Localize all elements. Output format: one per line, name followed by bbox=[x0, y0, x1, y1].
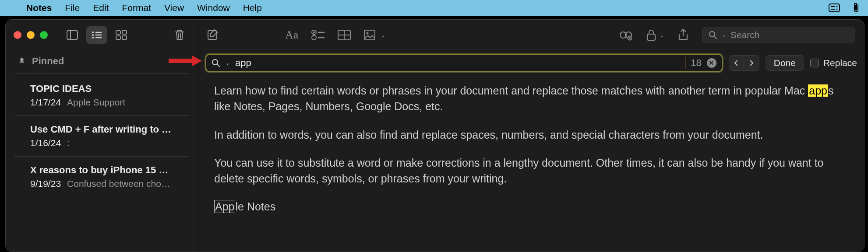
note-list: TOPIC IDEAS 1/17/24 Apple Support Use CM… bbox=[6, 73, 198, 197]
svg-marker-36 bbox=[192, 56, 202, 66]
svg-point-3 bbox=[836, 6, 838, 7]
svg-point-33 bbox=[709, 32, 715, 37]
search-icon bbox=[709, 31, 717, 39]
window-close-button[interactable] bbox=[14, 31, 21, 39]
svg-rect-15 bbox=[116, 36, 120, 39]
note-preview: Apple Support bbox=[67, 97, 173, 108]
chevron-down-icon: ⌄ bbox=[659, 32, 664, 38]
svg-rect-14 bbox=[122, 31, 127, 34]
svg-point-9 bbox=[92, 34, 94, 36]
note-paragraph: Apple Notes bbox=[214, 199, 848, 214]
find-input[interactable]: ⌄ app 18 ✕ bbox=[205, 54, 723, 72]
svg-rect-16 bbox=[122, 36, 127, 39]
note-date: 1/16/24 bbox=[30, 138, 61, 148]
menubar-item-file[interactable]: File bbox=[65, 3, 80, 13]
annotation-arrow-icon bbox=[168, 55, 202, 67]
delete-note-button[interactable] bbox=[169, 26, 190, 44]
svg-point-7 bbox=[92, 32, 94, 33]
lock-button[interactable]: ⌄ bbox=[646, 29, 664, 41]
svg-rect-32 bbox=[647, 34, 655, 40]
find-match: App bbox=[214, 200, 235, 213]
svg-rect-25 bbox=[364, 30, 375, 40]
window-zoom-button[interactable] bbox=[40, 31, 48, 39]
chevron-down-icon: ⌄ bbox=[381, 32, 386, 38]
svg-line-38 bbox=[217, 64, 220, 67]
find-nav-buttons bbox=[729, 55, 759, 71]
note-preview: : bbox=[67, 138, 173, 148]
note-title: Use CMD + F after writing to c… bbox=[30, 124, 173, 135]
svg-point-20 bbox=[312, 35, 316, 40]
find-match-current: app bbox=[808, 84, 828, 97]
svg-point-26 bbox=[367, 32, 369, 35]
svg-point-37 bbox=[212, 60, 218, 65]
note-body[interactable]: Learn how to find certain words or phras… bbox=[198, 77, 864, 232]
find-query-text: app bbox=[235, 57, 685, 69]
find-next-button[interactable] bbox=[744, 56, 759, 70]
notes-window: Pinned TOPIC IDEAS 1/17/24 Apple Support… bbox=[5, 19, 864, 252]
pinned-label: Pinned bbox=[32, 56, 64, 67]
chevron-down-icon: ⌄ bbox=[722, 32, 726, 38]
menubar-app-name[interactable]: Notes bbox=[26, 3, 52, 13]
share-button[interactable] bbox=[677, 28, 689, 42]
replace-toggle[interactable]: Replace bbox=[810, 58, 857, 68]
svg-rect-0 bbox=[829, 4, 840, 12]
note-item[interactable]: X reasons to buy iPhone 15 Pr… 9/19/23 C… bbox=[14, 157, 189, 197]
editor-toolbar: Aa ⌄ ⌄ ⌄ Search bbox=[198, 20, 864, 50]
pin-icon bbox=[18, 57, 26, 66]
note-title: X reasons to buy iPhone 15 Pr… bbox=[30, 164, 173, 176]
note-preview: Confused between choosi… bbox=[67, 178, 173, 189]
sidebar-toggle-button[interactable] bbox=[62, 26, 83, 44]
table-button[interactable] bbox=[338, 30, 351, 40]
format-text-button[interactable]: Aa bbox=[285, 28, 298, 42]
list-view-button[interactable] bbox=[86, 26, 107, 44]
chevron-down-icon[interactable]: ⌄ bbox=[226, 60, 230, 66]
find-match-count: 18 bbox=[691, 57, 701, 69]
link-button[interactable] bbox=[619, 29, 633, 41]
note-title: TOPIC IDEAS bbox=[30, 83, 173, 94]
clear-find-button[interactable]: ✕ bbox=[707, 58, 716, 68]
media-button[interactable]: ⌄ bbox=[364, 30, 386, 40]
replace-label: Replace bbox=[823, 58, 857, 68]
menubar-item-view[interactable]: View bbox=[164, 3, 184, 13]
new-note-button[interactable] bbox=[207, 29, 219, 41]
window-controls bbox=[14, 31, 48, 39]
svg-rect-13 bbox=[116, 31, 120, 34]
replace-checkbox[interactable] bbox=[810, 59, 819, 67]
find-done-button[interactable]: Done bbox=[766, 55, 804, 71]
menubar-item-edit[interactable]: Edit bbox=[93, 3, 109, 13]
menubar-control-icon[interactable] bbox=[829, 4, 840, 12]
note-date: 1/17/24 bbox=[30, 97, 61, 108]
note-paragraph: Learn how to find certain words or phras… bbox=[214, 83, 848, 115]
find-prev-button[interactable] bbox=[729, 56, 744, 70]
menubar-item-format[interactable]: Format bbox=[122, 3, 151, 13]
svg-rect-5 bbox=[67, 31, 78, 39]
checklist-button[interactable] bbox=[311, 30, 325, 40]
editor-pane: Aa ⌄ ⌄ ⌄ Search bbox=[198, 20, 864, 252]
sidebar-toolbar bbox=[6, 20, 198, 50]
search-icon bbox=[212, 59, 220, 67]
note-paragraph: You can use it to substitute a word or m… bbox=[214, 155, 848, 187]
menubar-item-window[interactable]: Window bbox=[197, 3, 230, 13]
search-placeholder: Search bbox=[730, 30, 760, 40]
menubar-paperclip-icon[interactable] bbox=[852, 2, 860, 14]
macos-menubar: Notes File Edit Format View Window Help bbox=[0, 0, 868, 16]
note-paragraph: In addition to words, you can also find … bbox=[214, 127, 848, 143]
svg-line-34 bbox=[714, 36, 717, 39]
note-date: 9/19/23 bbox=[30, 178, 61, 189]
svg-point-4 bbox=[836, 9, 838, 10]
window-minimize-button[interactable] bbox=[27, 31, 35, 39]
gallery-view-button[interactable] bbox=[111, 26, 132, 44]
search-input[interactable]: ⌄ Search bbox=[702, 27, 855, 43]
note-item[interactable]: Use CMD + F after writing to c… 1/16/24 … bbox=[14, 116, 189, 157]
menubar-item-help[interactable]: Help bbox=[243, 3, 262, 13]
svg-point-11 bbox=[92, 37, 94, 38]
find-bar: ⌄ app 18 ✕ Done Replace bbox=[198, 50, 864, 77]
note-item[interactable]: TOPIC IDEAS 1/17/24 Apple Support bbox=[14, 73, 189, 116]
